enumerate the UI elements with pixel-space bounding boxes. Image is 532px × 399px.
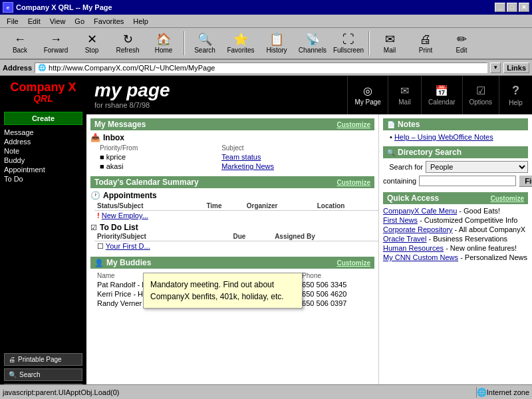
todo-header-row: ☑ To Do List [90, 223, 374, 232]
qa-desc-4: - New online features! [444, 244, 517, 252]
menu-help[interactable]: Help [129, 17, 152, 26]
bullet-1: ■ [100, 153, 106, 161]
find-button[interactable]: Find [519, 175, 532, 187]
appt-subject-link-1[interactable]: New Employ... [102, 211, 148, 219]
sidebar-item-appointment[interactable]: Appointment [4, 165, 82, 174]
buddies-section-header: 👤 My Buddies Customize [90, 257, 374, 269]
appt-organizer-1 [244, 211, 315, 221]
back-button[interactable]: ← Back [3, 29, 37, 57]
todo-subject-link-1[interactable]: Your First D... [106, 242, 150, 250]
list-item: Corporate Repository - All about Company… [383, 225, 528, 233]
calendar-customize-link[interactable]: Customize [336, 179, 370, 186]
channels-button[interactable]: 📡 Channels [295, 29, 330, 57]
page-subtitle: for rshane 8/7/98 [94, 101, 339, 109]
search-button[interactable]: 🔍 Search [188, 29, 222, 57]
sidebar-item-note[interactable]: Note [4, 146, 82, 156]
back-icon: ← [14, 33, 26, 45]
msg-subject-link-2[interactable]: Marketing News [221, 162, 274, 170]
create-button[interactable]: Create [4, 112, 82, 125]
toolbar: ← Back → Forward ✕ Stop ↻ Refresh 🏠 Home… [0, 28, 532, 60]
content-main: My Messages Customize 📥 Inbox Priority/F… [86, 114, 379, 399]
msg-subject-link-1[interactable]: Team status [221, 153, 261, 161]
list-item: Oracle Travel - Business Reservations [383, 235, 528, 243]
qa-link-3[interactable]: Oracle Travel [383, 235, 426, 243]
nav-options[interactable]: ☑ Options [462, 76, 499, 114]
refresh-icon: ↻ [123, 33, 133, 45]
status-bar: javascript:parent.UIApptObj.Load(0) 🌐 In… [0, 384, 532, 399]
close-button[interactable]: ✕ [519, 3, 529, 12]
nav-calendar[interactable]: 📅 Calendar [421, 76, 462, 114]
sidebar-item-buddy[interactable]: Buddy [4, 156, 82, 165]
messages-title: My Messages [94, 120, 146, 129]
menu-favorites[interactable]: Favorites [90, 17, 128, 26]
page-header: my page for rshane 8/7/98 ◎ My Page ✉ Ma… [86, 76, 532, 114]
window-controls: _ □ ✕ [495, 3, 529, 12]
mail-icon: ✉ [385, 33, 395, 45]
todo-due-1 [230, 241, 272, 252]
quick-access-customize-link[interactable]: Customize [490, 195, 524, 202]
notes-bullet-symbol: • [390, 133, 394, 141]
messages-section-header: My Messages Customize [90, 118, 374, 130]
menu-file[interactable]: File [3, 17, 23, 26]
containing-label: containing [383, 177, 416, 185]
notes-section: 📄 Notes • Help – Using WebOffice Notes [383, 118, 528, 141]
search-sidebar-label: Search [19, 371, 41, 378]
refresh-button[interactable]: ↻ Refresh [110, 29, 145, 57]
sidebar-item-address[interactable]: Address [4, 137, 82, 146]
containing-input[interactable] [419, 176, 516, 186]
qa-link-2[interactable]: Corporate Repository [383, 225, 453, 233]
menu-edit[interactable]: Edit [24, 17, 45, 26]
nav-mypage[interactable]: ◎ My Page [347, 76, 387, 114]
print-button[interactable]: 🖨 Print [408, 29, 443, 57]
search-for-label: Search for [383, 163, 423, 171]
notes-link-1[interactable]: Help – Using WebOffice Notes [394, 133, 493, 141]
home-icon: 🏠 [156, 33, 171, 45]
appt-col-organizer: Organizer [244, 201, 315, 211]
home-button[interactable]: 🏠 Home [146, 29, 181, 57]
directory-containing-row: containing Find [383, 175, 528, 187]
address-dropdown-button[interactable]: ▼ [490, 63, 501, 73]
forward-icon: → [50, 33, 62, 45]
todo-col-priority: Priority/Subject [94, 232, 230, 241]
appt-header-row: Status/Subject Time Organizer Location [94, 201, 378, 211]
nav-mail[interactable]: ✉ Mail [388, 76, 421, 114]
mail-button[interactable]: ✉ Mail [372, 29, 407, 57]
help-nav-icon: ? [512, 84, 519, 98]
directory-search-row: Search for People Resources Groups [383, 161, 528, 173]
qa-link-4[interactable]: Human Resources [383, 244, 444, 252]
channels-label: Channels [299, 47, 327, 54]
maximize-button[interactable]: □ [507, 3, 517, 12]
notes-header: 📄 Notes [383, 118, 528, 130]
address-input[interactable] [49, 64, 484, 72]
sidebar-item-message[interactable]: Message [4, 128, 82, 137]
nav-help[interactable]: ? Help [499, 76, 532, 114]
search-for-dropdown-wrap: People Resources Groups [426, 161, 528, 173]
menu-go[interactable]: Go [70, 17, 88, 26]
search-for-select[interactable]: People Resources Groups [426, 161, 528, 173]
qa-link-0[interactable]: CompanyX Cafe Menu [383, 207, 457, 215]
printable-page-button[interactable]: 🖨 Printable Page [4, 353, 82, 366]
search-sidebar-button[interactable]: 🔍 Search [4, 368, 82, 381]
history-button[interactable]: 📋 History [259, 29, 294, 57]
links-button[interactable]: Links [503, 63, 529, 73]
notes-icon: 📄 [387, 121, 395, 128]
favorites-button[interactable]: ⭐ Favorites [223, 29, 258, 57]
forward-button[interactable]: → Forward [39, 29, 73, 57]
minimize-button[interactable]: _ [495, 3, 505, 12]
edit-button[interactable]: ✏ Edit [444, 29, 479, 57]
menu-view[interactable]: View [46, 17, 70, 26]
messages-customize-link[interactable]: Customize [336, 121, 370, 128]
search-icon: 🔍 [198, 33, 212, 45]
quick-access-header: Quick Access Customize [383, 192, 528, 204]
fullscreen-button[interactable]: ⛶ Fullscreen [331, 29, 366, 57]
sidebar-item-todo[interactable]: To Do [4, 174, 82, 184]
stop-button[interactable]: ✕ Stop [74, 29, 109, 57]
todo-icon: ☑ [90, 223, 97, 232]
company-logo: Company X QRL [0, 76, 86, 109]
qa-link-5[interactable]: My CNN Custom News [383, 253, 458, 261]
calendar-section: Today's Calendar Summary Customize 🕐 App… [90, 176, 374, 220]
msg-col-from: Priority/From [97, 144, 219, 152]
refresh-label: Refresh [116, 47, 139, 54]
buddies-customize-link[interactable]: Customize [336, 259, 370, 267]
qa-link-1[interactable]: First News [383, 216, 418, 224]
